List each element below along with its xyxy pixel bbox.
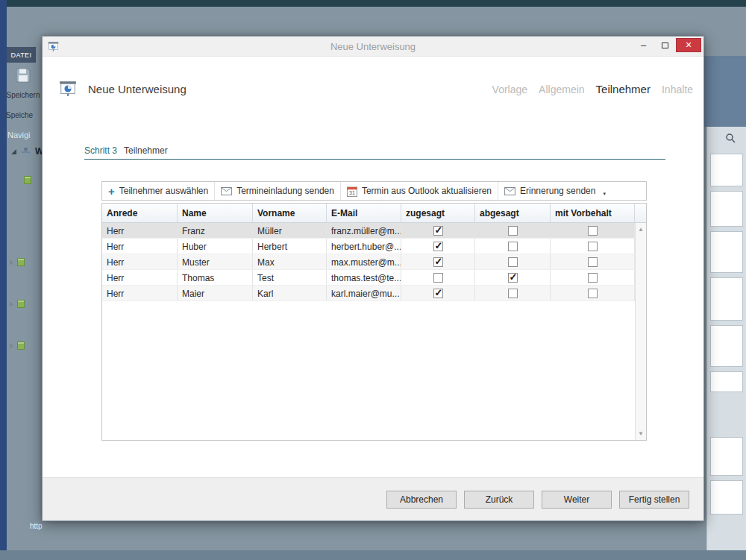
org-tree-icon [21,147,31,157]
file-ribbon-tab[interactable]: DATEI [7,47,36,63]
wizard-step-inhalte[interactable]: Inhalte [662,84,693,95]
abgesagt-checkbox[interactable] [508,226,518,236]
column-header-vorname[interactable]: Vorname [253,204,327,222]
search-icon[interactable] [725,133,736,143]
update-outlook-label: Termin aus Outlook aktualisieren [362,186,492,196]
scroll-up-icon[interactable]: ▲ [636,226,646,233]
form-preview-box [710,325,743,367]
zugesagt-checkbox[interactable] [433,242,443,251]
cell-abgesagt [475,254,551,269]
abgesagt-checkbox[interactable] [508,257,518,267]
app-icon [48,41,59,52]
calendar-day-label: 31 [349,190,355,195]
form-preview-box [710,277,743,321]
document-icon [24,176,31,184]
vorbehalt-checkbox[interactable] [588,273,598,283]
wizard-step-vorlage[interactable]: Vorlage [492,84,527,95]
cell-anrede: Herr [102,254,178,269]
step-heading-underline [84,159,665,160]
add-participants-button[interactable]: + Teilnehmer auswählen [102,182,215,200]
calendar-icon: 31 [347,186,357,197]
cell-zugesagt [401,286,475,301]
cell-abgesagt [475,270,551,285]
tree-item[interactable] [10,300,25,308]
scroll-down-icon[interactable]: ▼ [636,430,646,437]
tree-expander-closed-icon[interactable] [10,301,13,307]
abgesagt-checkbox[interactable] [508,273,518,283]
abgesagt-checkbox[interactable] [508,289,518,298]
envelope-icon [504,187,515,195]
tree-item-root[interactable]: W [11,146,43,157]
vorbehalt-checkbox[interactable] [588,289,598,298]
send-invitation-label: Termineinladung senden [236,186,334,196]
vorbehalt-checkbox[interactable] [588,257,598,267]
zugesagt-checkbox[interactable] [433,273,443,283]
column-header-zugesagt[interactable]: zugesagt [401,204,475,222]
vorbehalt-checkbox[interactable] [588,242,598,251]
vorbehalt-checkbox[interactable] [588,226,598,236]
cell-vorbehalt [551,254,635,269]
zugesagt-checkbox[interactable] [433,257,443,267]
cell-vorname: Max [253,254,327,269]
save-button-background[interactable]: Speichern [6,67,40,99]
table-row[interactable]: Herr Muster Max max.muster@m... [102,254,646,270]
zugesagt-checkbox[interactable] [433,289,443,298]
cell-email: thomas.test@te... [327,270,401,285]
table-row[interactable]: Herr Thomas Test thomas.test@te... [102,270,646,286]
tree-item[interactable] [24,176,31,184]
table-scrollbar[interactable]: ▲ ▼ [635,223,646,440]
cell-abgesagt [475,223,551,238]
step-name-label: Teilnehmer [124,145,168,156]
tree-expander-closed-icon[interactable] [10,343,13,349]
form-preview-box [710,437,743,476]
cell-zugesagt [401,223,475,238]
update-outlook-appointment-button[interactable]: 31 Termin aus Outlook aktualisieren [341,182,498,200]
cancel-button[interactable]: Abbrechen [386,491,457,509]
dropdown-icon[interactable]: ▾ [603,191,606,200]
cell-vorname: Herbert [253,239,327,254]
bg-right-block [704,56,746,127]
maximize-button[interactable] [654,38,676,52]
send-invitation-button[interactable]: Termineinladung senden [215,182,341,200]
wizard-step-allgemein[interactable]: Allgemein [539,84,584,95]
back-button[interactable]: Zurück [464,491,534,509]
close-icon: ✕ [685,40,692,50]
close-button[interactable]: ✕ [676,38,701,52]
column-header-vorbehalt[interactable]: mit Vorbehalt [551,204,635,222]
next-button[interactable]: Weiter [542,491,612,509]
cell-abgesagt [475,286,551,301]
status-bar-text: http [30,522,43,530]
cell-anrede: Herr [102,239,178,254]
save-icon [15,67,31,86]
bg-bottom-strip [0,550,746,560]
table-row[interactable]: Herr Maier Karl karl.maier@mu... [102,286,646,301]
minimize-button[interactable]: – [633,38,654,52]
dialog-titlebar[interactable]: Neue Unterweisung – ✕ [43,37,703,57]
finish-button[interactable]: Fertig stellen [619,491,689,509]
cell-name: Muster [178,254,253,269]
cell-zugesagt [401,254,475,269]
cell-vorname: Müller [253,223,327,238]
table-row[interactable]: Herr Franz Müller franz.müller@m... [102,223,646,239]
tree-expander-closed-icon[interactable] [10,259,13,265]
column-header-abgesagt[interactable]: abgesagt [475,204,551,222]
table-row[interactable]: Herr Huber Herbert herbert.huber@... [102,239,646,254]
cell-email: karl.maier@mu... [327,286,401,301]
column-header-email[interactable]: E-Mail [327,204,401,222]
zugesagt-checkbox[interactable] [433,226,443,236]
plus-icon: + [108,186,115,197]
cell-email: herbert.huber@... [327,239,401,254]
column-header-name[interactable]: Name [178,204,253,222]
document-icon [17,300,25,308]
cell-email: franz.müller@m... [327,223,401,238]
tree-item[interactable] [10,258,25,266]
column-header-anrede[interactable]: Anrede [102,204,178,222]
tree-item[interactable] [10,342,25,350]
wizard-step-teilnehmer[interactable]: Teilnehmer [596,83,651,95]
form-preview-panel [706,127,746,550]
form-preview-box [710,154,743,186]
abgesagt-checkbox[interactable] [508,242,518,251]
send-reminder-button[interactable]: Erinnerung senden ▾ [498,182,612,200]
tree-expander-open-icon[interactable] [11,149,16,154]
page-title: Neue Unterweisung [88,83,186,95]
